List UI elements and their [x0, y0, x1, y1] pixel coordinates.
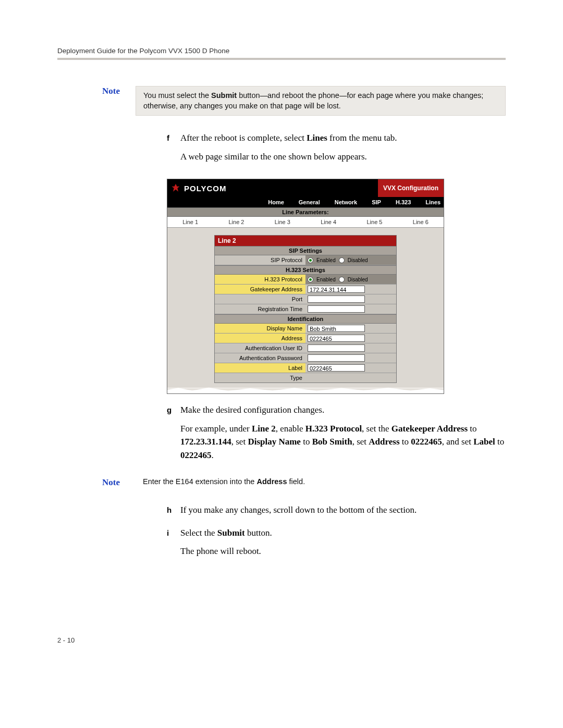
step-f: f After the reboot is complete, select L…	[167, 131, 506, 168]
torn-edge	[167, 387, 444, 393]
note-text: Enter the E164 extension into the Addres…	[136, 477, 506, 486]
sip-enabled-radio[interactable]	[308, 257, 313, 263]
step-text: Make the desired configuration changes.	[180, 403, 506, 417]
step-text: The phone will reboot.	[180, 545, 272, 558]
logo-text: POLYCOM	[184, 184, 226, 193]
h323-disabled-radio[interactable]	[339, 277, 345, 282]
logo-area: POLYCOM	[167, 183, 238, 193]
type-label: Type	[215, 373, 305, 382]
step-g: g Make the desired configuration changes…	[167, 403, 506, 467]
figure-nav: Home General Network SIP H.323 Lines	[167, 197, 444, 207]
note-row-2: Note Enter the E164 extension into the A…	[57, 477, 506, 488]
sip-disabled-radio[interactable]	[339, 257, 345, 263]
note-row-1: Note You must select the Submit button—a…	[57, 86, 506, 116]
note-box: You must select the Submit button—and re…	[136, 86, 506, 116]
page: Deployment Guide for the Polycom VVX 150…	[0, 0, 563, 675]
step-text: Select the Submit button.	[180, 526, 272, 540]
polycom-logo-icon	[170, 183, 181, 193]
label-label: Label	[215, 363, 305, 373]
address-input[interactable]: 0222465	[308, 335, 365, 342]
config-screenshot: POLYCOM VVX Configuration Home General N…	[167, 179, 444, 394]
radio-label: Disabled	[348, 277, 368, 282]
config-title: VVX Configuration	[378, 179, 444, 197]
step-letter: i	[167, 526, 180, 563]
nav-lines[interactable]: Lines	[425, 199, 440, 205]
nav-general[interactable]: General	[299, 199, 320, 205]
auth-password-input[interactable]	[308, 354, 365, 362]
nav-sip[interactable]: SIP	[372, 199, 381, 205]
auth-password-label: Authentication Password	[215, 353, 305, 363]
svg-marker-0	[172, 184, 180, 192]
auth-user-id-input[interactable]	[308, 344, 365, 352]
radio-label: Enabled	[316, 257, 336, 263]
step-letter: h	[167, 503, 180, 522]
note-bold: Submit	[211, 91, 237, 100]
running-header: Deployment Guide for the Polycom VVX 150…	[57, 47, 506, 60]
sip-protocol-label: SIP Protocol	[215, 255, 305, 265]
panel-title: Line 2	[215, 236, 396, 246]
nav-network[interactable]: Network	[335, 199, 357, 205]
gatekeeper-address-input[interactable]: 172.24.31.144	[308, 286, 365, 293]
note-label: Note	[57, 86, 136, 96]
step-letter: f	[167, 131, 180, 168]
tab-line-2[interactable]: Line 2	[213, 217, 259, 227]
nav-h323[interactable]: H.323	[396, 199, 411, 205]
step-i: i Select the Submit button. The phone wi…	[167, 526, 506, 563]
step-h: h If you make any changes, scroll down t…	[167, 503, 506, 522]
identification-heading: Identification	[215, 314, 396, 324]
registration-time-label: Registration Time	[215, 304, 305, 314]
step-letter: g	[167, 403, 180, 467]
line-tabs: Line 1 Line 2 Line 3 Line 4 Line 5 Line …	[167, 217, 444, 228]
tab-line-5[interactable]: Line 5	[351, 217, 397, 227]
auth-user-id-label: Authentication User ID	[215, 343, 305, 353]
nav-home[interactable]: Home	[268, 199, 284, 205]
tab-line-4[interactable]: Line 4	[305, 217, 351, 227]
page-number: 2 - 10	[57, 636, 506, 644]
gatekeeper-address-label: Gatekeeper Address	[215, 285, 305, 294]
note-text: You must select the	[143, 91, 211, 100]
step-text: For example, under Line 2, enable H.323 …	[180, 422, 506, 462]
address-label: Address	[215, 334, 305, 343]
display-name-input[interactable]: Bob Smith	[308, 325, 365, 332]
port-input[interactable]	[308, 295, 365, 303]
registration-time-input[interactable]	[308, 305, 365, 313]
step-text: After the reboot is complete, select Lin…	[180, 131, 397, 145]
h323-enabled-radio[interactable]	[308, 277, 313, 282]
h323-settings-heading: H.323 Settings	[215, 265, 396, 275]
figure-topbar: POLYCOM VVX Configuration	[167, 179, 444, 197]
h323-protocol-label: H.323 Protocol	[215, 275, 305, 284]
label-input[interactable]: 0222465	[308, 364, 365, 372]
radio-label: Enabled	[316, 277, 336, 282]
display-name-label: Display Name	[215, 324, 305, 333]
step-text: If you make any changes, scroll down to …	[180, 503, 417, 517]
step-text: A web page similar to the one shown belo…	[180, 150, 397, 164]
radio-label: Disabled	[348, 257, 368, 263]
note-label: Note	[57, 477, 136, 488]
tab-line-6[interactable]: Line 6	[398, 217, 444, 227]
line-parameters-heading: Line Parameters:	[167, 207, 444, 217]
line2-panel: Line 2 SIP Settings SIP Protocol Enabled…	[214, 235, 397, 383]
sip-settings-heading: SIP Settings	[215, 246, 396, 255]
tab-line-3[interactable]: Line 3	[260, 217, 305, 227]
port-label: Port	[215, 294, 305, 304]
tab-line-1[interactable]: Line 1	[167, 217, 213, 227]
